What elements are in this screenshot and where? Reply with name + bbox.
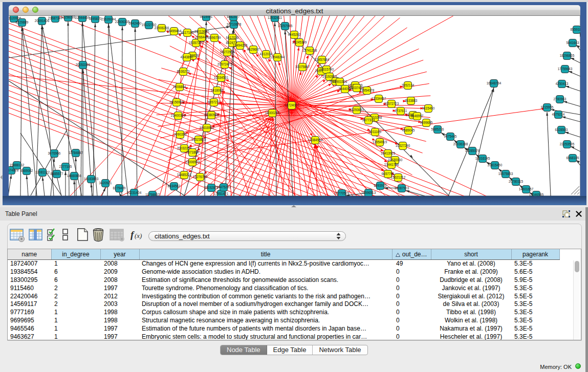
svg-text:3877374: 3877374 — [362, 118, 375, 122]
svg-text:10527246: 10527246 — [396, 144, 410, 147]
svg-text:4445263: 4445263 — [288, 33, 301, 36]
svg-text:20572723: 20572723 — [384, 102, 399, 105]
svg-text:12616912: 12616912 — [200, 126, 214, 129]
svg-text:10016145: 10016145 — [475, 157, 490, 160]
svg-text:8596759: 8596759 — [208, 36, 221, 39]
svg-text:6328503: 6328503 — [555, 128, 568, 132]
svg-text:10183893: 10183893 — [84, 177, 99, 181]
svg-text:9414491: 9414491 — [200, 16, 213, 18]
svg-text:22253595: 22253595 — [560, 142, 575, 146]
svg-text:8229889: 8229889 — [16, 20, 29, 24]
svg-text:12741238: 12741238 — [302, 49, 317, 52]
svg-text:18296865: 18296865 — [560, 54, 575, 57]
svg-text:19499464: 19499464 — [167, 29, 182, 33]
svg-text:20036388: 20036388 — [453, 142, 468, 146]
svg-text:12081122: 12081122 — [35, 170, 50, 174]
svg-text:20691406: 20691406 — [35, 19, 50, 23]
svg-text:21639044: 21639044 — [101, 17, 116, 21]
svg-text:8536273: 8536273 — [177, 70, 190, 73]
svg-text:20231404: 20231404 — [127, 191, 142, 194]
svg-text:6657765: 6657765 — [382, 172, 395, 176]
svg-text:3420921: 3420921 — [99, 181, 112, 185]
svg-text:10075847: 10075847 — [295, 65, 310, 69]
svg-text:2277105: 2277105 — [59, 165, 72, 168]
svg-text:3215955: 3215955 — [541, 105, 554, 109]
svg-text:6942460: 6942460 — [129, 21, 142, 25]
svg-text:5993975: 5993975 — [374, 184, 387, 187]
svg-text:11784847: 11784847 — [69, 151, 83, 155]
svg-text:3595870: 3595870 — [89, 17, 102, 20]
svg-text:7652134: 7652134 — [402, 83, 415, 87]
svg-text:4589045: 4589045 — [402, 128, 415, 132]
svg-text:19285076: 19285076 — [465, 149, 480, 152]
svg-text:8559183: 8559183 — [571, 28, 580, 31]
svg-text:1418062: 1418062 — [211, 89, 224, 92]
svg-text:9475445: 9475445 — [444, 135, 457, 138]
svg-text:7871884: 7871884 — [186, 150, 199, 154]
svg-text:16596513: 16596513 — [361, 191, 376, 194]
svg-text:13441736: 13441736 — [384, 163, 399, 166]
svg-text:16648784: 16648784 — [487, 81, 502, 85]
svg-text:9699695: 9699695 — [420, 121, 433, 124]
svg-text:22944459: 22944459 — [75, 16, 90, 19]
svg-text:10087903: 10087903 — [395, 186, 409, 190]
svg-text:14601657: 14601657 — [519, 187, 534, 191]
svg-text:13334457: 13334457 — [372, 97, 386, 100]
svg-text:10257945: 10257945 — [278, 24, 293, 28]
svg-text:22506335: 22506335 — [115, 20, 130, 24]
svg-text:13954919: 13954919 — [373, 140, 387, 144]
svg-text:6557277: 6557277 — [208, 100, 221, 104]
svg-text:15357347: 15357347 — [189, 41, 204, 45]
svg-text:2737611: 2737611 — [395, 109, 407, 113]
svg-text:19485201: 19485201 — [177, 173, 192, 177]
svg-text:16413925: 16413925 — [381, 151, 396, 155]
svg-text:18300295: 18300295 — [265, 111, 280, 115]
svg-text:8885577: 8885577 — [51, 172, 63, 176]
svg-text:3076966: 3076966 — [48, 151, 61, 155]
svg-text:15380586: 15380586 — [204, 113, 219, 117]
svg-text:22293651: 22293651 — [350, 108, 364, 112]
svg-text:20972475: 20972475 — [217, 62, 232, 66]
svg-text:5885216: 5885216 — [431, 127, 444, 131]
svg-text:2266449: 2266449 — [195, 35, 208, 39]
svg-text:2090399: 2090399 — [174, 133, 187, 136]
svg-text:4117183: 4117183 — [181, 31, 194, 34]
svg-text:14660856: 14660856 — [67, 174, 82, 178]
svg-text:19888132: 19888132 — [10, 163, 25, 167]
svg-text:6682877: 6682877 — [227, 16, 240, 18]
svg-text:15575853: 15575853 — [498, 172, 513, 176]
svg-text:(x): (x) — [135, 232, 142, 239]
svg-text:10158289: 10158289 — [61, 16, 76, 19]
svg-text:f: f — [130, 229, 135, 240]
svg-text:19384554: 19384554 — [308, 138, 323, 142]
svg-text:8334562: 8334562 — [168, 184, 181, 188]
svg-text:13621212: 13621212 — [391, 176, 406, 179]
svg-text:21457684: 21457684 — [315, 58, 330, 61]
svg-text:12494238: 12494238 — [233, 43, 248, 47]
svg-text:8279409: 8279409 — [113, 186, 126, 190]
svg-text:6568105: 6568105 — [567, 156, 579, 160]
svg-text:21400396: 21400396 — [171, 114, 186, 117]
svg-text:18724007: 18724007 — [285, 103, 299, 107]
svg-text:22770529: 22770529 — [335, 191, 350, 195]
svg-text:16615740: 16615740 — [319, 68, 334, 71]
svg-text:23006503: 23006503 — [185, 160, 200, 164]
svg-text:20053346: 20053346 — [76, 63, 91, 67]
svg-text:5841643: 5841643 — [567, 41, 579, 45]
svg-text:11758837: 11758837 — [145, 193, 160, 196]
svg-text:4250413: 4250413 — [556, 82, 569, 85]
svg-text:2780963: 2780963 — [554, 97, 567, 101]
svg-text:4879214: 4879214 — [552, 113, 565, 116]
svg-text:13948244: 13948244 — [270, 55, 285, 59]
svg-text:13932411: 13932411 — [268, 16, 282, 19]
svg-text:17951421: 17951421 — [214, 192, 229, 195]
svg-text:9006804: 9006804 — [173, 85, 186, 89]
svg-text:19122760: 19122760 — [142, 23, 157, 27]
svg-text:16272954: 16272954 — [220, 50, 235, 54]
svg-text:17759643: 17759643 — [558, 67, 573, 71]
svg-text:21954078: 21954078 — [360, 89, 375, 92]
svg-text:18156909: 18156909 — [169, 100, 184, 104]
svg-text:13245349: 13245349 — [292, 40, 307, 44]
svg-text:8846997: 8846997 — [411, 114, 424, 118]
svg-text:13346585: 13346585 — [529, 193, 544, 196]
